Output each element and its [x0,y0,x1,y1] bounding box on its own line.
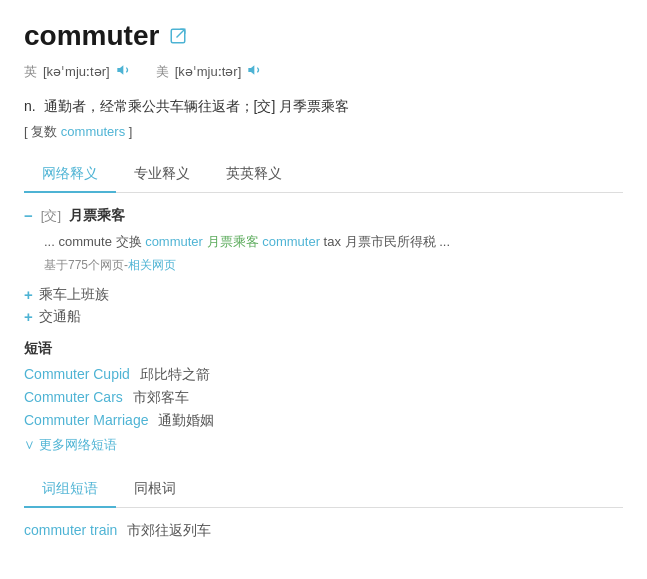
compound-row-1: commuter train 市郊往返列车 [24,522,623,540]
meaning-block-1: − [交] 月票乘客 ... commute 交换 commuter 月票乘客 … [24,207,623,274]
more-phrases-label: ∨ 更多网络短语 [24,436,117,454]
svg-marker-3 [249,65,255,74]
tab-network[interactable]: 网络释义 [24,157,116,193]
meaning-header-1: − [交] 月票乘客 [24,207,623,225]
compound-link-1[interactable]: commuter train [24,522,117,538]
phrase-link-2[interactable]: Commuter Cars [24,389,123,405]
phrase-meaning-3: 通勤婚姻 [158,412,214,430]
main-definition: n. 通勤者，经常乘公共车辆往返者；[交] 月季票乘客 [24,95,623,119]
phrase-row-2: Commuter Cars 市郊客车 [24,389,623,407]
compound-section: commuter train 市郊往返列车 [24,522,623,540]
highlight-commuter-1: commuter [145,234,203,249]
expand-item-1: + 乘车上班族 [24,286,623,304]
expand-plus-2[interactable]: + [24,308,33,325]
meaning-tabs: 网络释义 专业释义 英英释义 [24,157,623,193]
pos: n. [24,98,36,114]
more-phrases-btn[interactable]: ∨ 更多网络短语 [24,436,623,454]
word-title-row: commuter [24,20,623,52]
uk-phonetic: [kəˈmjuːtər] [43,64,110,79]
tab-professional[interactable]: 专业释义 [116,157,208,193]
tab-english[interactable]: 英英释义 [208,157,300,193]
highlight-meaning-1: 月票乘客 [207,234,259,249]
example-sentence-1: ... commute 交换 commuter 月票乘客 commuter ta… [44,231,623,253]
plural-word[interactable]: commuters [61,124,125,139]
compound-meaning-1: 市郊往返列车 [127,522,211,540]
bottom-tabs: 词组短语 同根词 [24,472,623,508]
share-icon[interactable] [169,27,187,45]
bottom-tab-phrases[interactable]: 词组短语 [24,472,116,508]
plural-prefix: [ 复数 [24,124,57,139]
phrase-meaning-2: 市郊客车 [133,389,189,407]
us-sound-icon[interactable] [247,62,263,81]
phrase-meaning-1: 邱比特之箭 [140,366,210,384]
highlight-commuter-2: commuter [262,234,320,249]
expand-plus-1[interactable]: + [24,286,33,303]
uk-sound-icon[interactable] [116,62,132,81]
phonetics-row: 英 [kəˈmjuːtər] 美 [kəˈmjuːtər] [24,62,623,81]
uk-label: 英 [24,63,37,81]
phrases-title: 短语 [24,340,623,358]
us-label: 美 [156,63,169,81]
phrase-row-1: Commuter Cupid 邱比特之箭 [24,366,623,384]
phonetic-us: 美 [kəˈmjuːtər] [156,62,264,81]
collapse-btn-1[interactable]: − [24,208,33,223]
plural-note[interactable]: [ 复数 commuters ] [24,123,623,141]
source-link[interactable]: 相关网页 [128,258,176,272]
svg-marker-2 [117,65,123,74]
phrase-link-1[interactable]: Commuter Cupid [24,366,130,382]
phonetic-uk: 英 [kəˈmjuːtər] [24,62,132,81]
meaning-title-1: 月票乘客 [69,207,125,225]
phrase-row-3: Commuter Marriage 通勤婚姻 [24,412,623,430]
plural-suffix: ] [129,124,133,139]
bottom-tab-derivatives[interactable]: 同根词 [116,472,194,508]
expand-text-1: 乘车上班族 [39,286,109,304]
expand-item-2: + 交通船 [24,308,623,326]
word-title: commuter [24,20,159,52]
svg-line-1 [177,29,185,37]
meaning-tag-1: [交] [41,207,61,225]
source-note-1: 基于775个网页-相关网页 [44,257,623,274]
phrases-section: 短语 Commuter Cupid 邱比特之箭 Commuter Cars 市郊… [24,340,623,454]
expand-text-2: 交通船 [39,308,81,326]
source-prefix: 基于775个网页- [44,258,128,272]
definition-text: 通勤者，经常乘公共车辆往返者；[交] 月季票乘客 [44,98,350,114]
phrase-link-3[interactable]: Commuter Marriage [24,412,148,428]
us-phonetic: [kəˈmjuːtər] [175,64,242,79]
